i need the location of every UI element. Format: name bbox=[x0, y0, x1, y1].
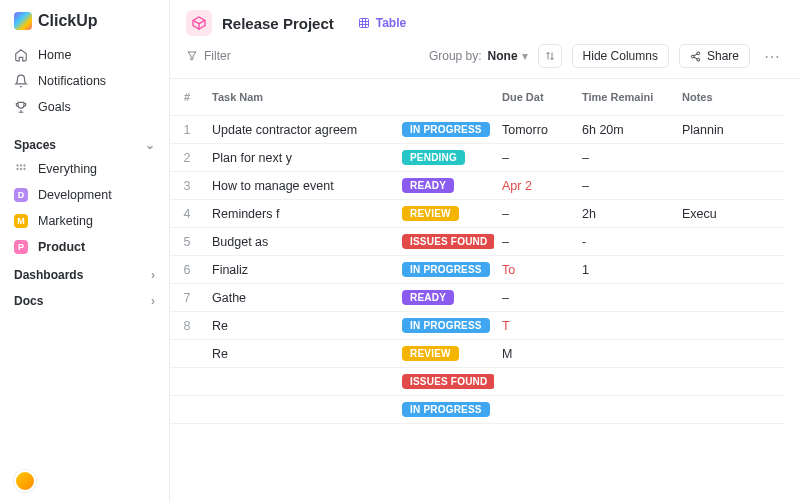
brand-logo: ClickUp bbox=[0, 0, 169, 40]
svg-point-7 bbox=[697, 51, 700, 54]
table-row[interactable]: 6FinalizIN PROGRESSTo1 bbox=[170, 256, 784, 284]
cell-notes bbox=[674, 404, 754, 416]
sidebar-spaces-label: Spaces bbox=[14, 138, 56, 152]
cell-status: READY bbox=[394, 172, 494, 199]
cell-num: 1 bbox=[170, 117, 204, 143]
table-row[interactable]: ISSUES FOUND bbox=[170, 368, 784, 396]
cell-name: Re bbox=[204, 313, 394, 339]
table-body: 1Update contractor agreemIN PROGRESSTomo… bbox=[170, 116, 784, 424]
status-badge: REVIEW bbox=[402, 206, 459, 221]
view-tab-table[interactable]: Table bbox=[358, 16, 406, 30]
svg-point-3 bbox=[16, 168, 18, 170]
cell-notes bbox=[674, 376, 754, 388]
sidebar-item-goals[interactable]: Goals bbox=[0, 94, 169, 120]
sidebar-docs-header[interactable]: Docs › bbox=[0, 286, 169, 312]
col-name[interactable]: Task Nam bbox=[204, 85, 394, 109]
col-notes[interactable]: Notes bbox=[674, 85, 754, 109]
table-row[interactable]: 2Plan for next yPENDING–– bbox=[170, 144, 784, 172]
sidebar-label-notifications: Notifications bbox=[38, 74, 106, 88]
more-button[interactable]: ⋯ bbox=[760, 47, 784, 66]
sidebar-dashboards-header[interactable]: Dashboards › bbox=[0, 260, 169, 286]
table-row[interactable]: 7GatheREADY– bbox=[170, 284, 784, 312]
cell-status: IN PROGRESS bbox=[394, 396, 494, 423]
groupby-value: None bbox=[488, 49, 518, 63]
table-row[interactable]: 8ReIN PROGRESST bbox=[170, 312, 784, 340]
cell-num bbox=[170, 348, 204, 360]
cell-name: Reminders f bbox=[204, 201, 394, 227]
cell-time: 2h bbox=[574, 201, 674, 227]
chevron-down-icon: ▾ bbox=[522, 49, 528, 63]
space-item-marketing[interactable]: MMarketing bbox=[0, 208, 169, 234]
cell-num: 5 bbox=[170, 229, 204, 255]
brand-mark-icon bbox=[14, 12, 32, 30]
status-badge: IN PROGRESS bbox=[402, 402, 490, 417]
table-header: # Task Nam Due Dat Time Remaini Notes bbox=[170, 79, 784, 116]
share-label: Share bbox=[707, 49, 739, 63]
table-row[interactable]: 3How to manage eventREADYApr 2– bbox=[170, 172, 784, 200]
groupby-selector[interactable]: Group by: None ▾ bbox=[429, 49, 528, 63]
col-time[interactable]: Time Remaini bbox=[574, 85, 674, 109]
cell-due: – bbox=[494, 285, 574, 311]
avatar[interactable] bbox=[14, 470, 36, 492]
sidebar-spaces-header[interactable]: Spaces ⌄ bbox=[0, 130, 169, 156]
sidebar-item-notifications[interactable]: Notifications bbox=[0, 68, 169, 94]
col-num[interactable]: # bbox=[170, 85, 204, 109]
status-badge: PENDING bbox=[402, 150, 465, 165]
sidebar-item-everything[interactable]: Everything bbox=[0, 156, 169, 182]
project-title: Release Project bbox=[222, 15, 334, 32]
hide-columns-button[interactable]: Hide Columns bbox=[572, 44, 669, 68]
cell-name: Budget as bbox=[204, 229, 394, 255]
cell-num: 3 bbox=[170, 173, 204, 199]
cell-due: Tomorro bbox=[494, 117, 574, 143]
cell-name: Update contractor agreem bbox=[204, 117, 394, 143]
cell-notes bbox=[674, 348, 754, 360]
cell-status: REVIEW bbox=[394, 340, 494, 367]
view-tab-label: Table bbox=[376, 16, 406, 30]
space-item-product[interactable]: PProduct bbox=[0, 234, 169, 260]
cell-status: IN PROGRESS bbox=[394, 312, 494, 339]
cell-time bbox=[574, 348, 674, 360]
brand-name: ClickUp bbox=[38, 12, 98, 30]
table-row[interactable]: 1Update contractor agreemIN PROGRESSTomo… bbox=[170, 116, 784, 144]
chevron-down-icon: ⌄ bbox=[145, 138, 155, 152]
cell-name: Gathe bbox=[204, 285, 394, 311]
sidebar-label-home: Home bbox=[38, 48, 71, 62]
status-badge: READY bbox=[402, 290, 454, 305]
cell-due bbox=[494, 404, 574, 416]
grid-dots-icon bbox=[14, 162, 28, 176]
sidebar-nav: Home Notifications Goals bbox=[0, 40, 169, 130]
cell-time bbox=[574, 376, 674, 388]
space-label: Development bbox=[38, 188, 112, 202]
table-row[interactable]: 5Budget asISSUES FOUND–- bbox=[170, 228, 784, 256]
share-icon bbox=[690, 51, 701, 62]
cell-notes bbox=[674, 320, 754, 332]
cell-status: IN PROGRESS bbox=[394, 116, 494, 143]
table-row[interactable]: 4Reminders fREVIEW–2hExecu bbox=[170, 200, 784, 228]
sort-button[interactable] bbox=[538, 44, 562, 68]
cell-time bbox=[574, 320, 674, 332]
cell-num: 8 bbox=[170, 313, 204, 339]
cell-notes bbox=[674, 236, 754, 248]
svg-point-5 bbox=[23, 168, 25, 170]
svg-point-0 bbox=[16, 164, 18, 166]
cell-name bbox=[204, 376, 394, 388]
svg-point-9 bbox=[697, 58, 700, 61]
sidebar-item-home[interactable]: Home bbox=[0, 42, 169, 68]
cell-status: ISSUES FOUND bbox=[394, 368, 494, 395]
space-item-development[interactable]: DDevelopment bbox=[0, 182, 169, 208]
cell-name bbox=[204, 404, 394, 416]
space-badge-icon: D bbox=[14, 188, 28, 202]
col-due[interactable]: Due Dat bbox=[494, 85, 574, 109]
space-label: Product bbox=[38, 240, 85, 254]
cell-status: PENDING bbox=[394, 144, 494, 171]
status-badge: IN PROGRESS bbox=[402, 262, 490, 277]
table-row[interactable]: ReREVIEWM bbox=[170, 340, 784, 368]
cell-notes: Execu bbox=[674, 201, 754, 227]
status-badge: ISSUES FOUND bbox=[402, 234, 494, 249]
table-row[interactable]: IN PROGRESS bbox=[170, 396, 784, 424]
share-button[interactable]: Share bbox=[679, 44, 750, 68]
svg-point-4 bbox=[20, 168, 22, 170]
filter-button[interactable]: Filter bbox=[186, 49, 231, 63]
main: Release Project Table Filter Group by: N… bbox=[170, 0, 800, 502]
svg-point-2 bbox=[23, 164, 25, 166]
